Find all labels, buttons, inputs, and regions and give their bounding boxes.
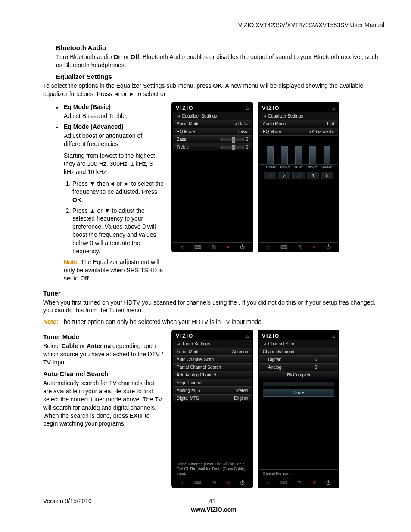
osd-footer: ☆⌨?⃝✕⏻	[173, 242, 252, 250]
t-off: Off	[80, 275, 89, 282]
star-icon: ☆	[180, 244, 184, 250]
osd-footer: ☆⌨?⃝✕⏻	[259, 242, 338, 250]
keyboard-icon: ⌨	[280, 244, 287, 250]
t: 1KHZ	[292, 165, 305, 169]
close-icon: ✕	[226, 244, 230, 250]
home-icon: ⌂	[332, 105, 335, 111]
help-icon: ?⃝	[212, 480, 216, 485]
osd-eq-basic: VIZIO⌂ Equalizer Settings Audio ModeFlat…	[171, 102, 253, 252]
keyboard-icon: ⌨	[280, 480, 287, 485]
osd-label: Analog:	[268, 365, 283, 370]
t: Select	[43, 342, 62, 349]
heading-auto-search: Auto Channel Search	[43, 370, 164, 377]
tuner-textcol: Tuner Mode Select Cable or Antenna depen…	[43, 330, 164, 431]
p-tuner: When you first turned on your HDTV you s…	[43, 299, 384, 315]
help-icon: ?⃝	[298, 244, 302, 250]
osd-value: 0	[314, 357, 317, 362]
osd-title: Equalizer Settings	[173, 112, 252, 120]
osd-label: Digital MTS	[177, 396, 199, 401]
footer-page: 41	[92, 498, 333, 504]
t: Press ▼ then◄ or ► to select the frequen…	[72, 180, 164, 195]
keyboard-icon: ⌨	[194, 244, 201, 250]
eq-basic-p: Adjust Bass and Treble.	[64, 112, 164, 120]
eq-step2: Press ▲ or ▼ to adjust the selected freq…	[72, 207, 164, 255]
bullet-icon: •	[56, 103, 64, 111]
osd-label: Auto Channel Scan	[177, 357, 214, 362]
osd-value: 0	[246, 137, 248, 142]
star-icon: ☆	[266, 244, 271, 250]
eq-steps: Press ▼ then◄ or ► to select the frequen…	[65, 180, 164, 255]
tuner-two-col: Tuner Mode Select Cable or Antenna depen…	[43, 330, 384, 488]
eq-step1: Press ▼ then◄ or ► to select the frequen…	[72, 180, 164, 204]
eq-freq-labels: 100HZ300HZ1KHZ3KHZ10KHZ	[259, 165, 338, 169]
eq-adv-p2: Starting from lowest to the highest, the…	[64, 152, 164, 176]
heading-tuner-mode: Tuner Mode	[43, 333, 164, 340]
home-icon: ⌂	[332, 333, 335, 339]
osd-value: Advanced	[309, 129, 335, 134]
osd-logo: VIZIO	[262, 333, 280, 339]
osd-value: Flat	[327, 121, 334, 126]
eq-adv-p1: Adjust boost or attenuation of different…	[64, 132, 164, 148]
osd-label: Add Analog Channel	[177, 373, 216, 377]
p-auto-search: Automatically search for TV channels tha…	[43, 379, 164, 428]
star-icon: ☆	[266, 480, 271, 485]
p-bluetooth: Turn Bluetooth audio On or Off. Bluetoot…	[56, 53, 384, 69]
osd-label: Channels Found	[263, 349, 294, 354]
progress-bar	[263, 382, 334, 386]
close-icon: ✕	[312, 244, 316, 250]
osd-value: Antenna	[232, 349, 248, 354]
osd-value: Flat	[234, 121, 248, 126]
home-icon: ⌂	[246, 333, 249, 339]
bullet-icon: •	[56, 123, 64, 131]
osd-value: English	[234, 396, 248, 401]
bullet-basic: •Eq Mode (Basic) Adjust Bass and Treble.	[56, 103, 164, 120]
eq-adv-h: Eq Mode (Advanced)	[64, 123, 123, 130]
t: The tuner option can only be selected wh…	[59, 318, 263, 325]
t-off: Off.	[131, 53, 141, 60]
eq-nums: 12345	[259, 169, 338, 182]
osd-label: Tuner Mode	[177, 349, 200, 354]
osd-footer: ☆⌨?⃝✕⏻	[259, 478, 338, 485]
t-exit: EXIT	[130, 412, 143, 419]
osd-label: Skip Channel	[177, 380, 202, 385]
t: 10KHZ	[320, 165, 333, 169]
t: 4	[307, 172, 319, 179]
close-icon: ✕	[312, 480, 316, 485]
star-icon: ☆	[180, 480, 184, 485]
help-icon: ?⃝	[298, 480, 302, 485]
osd-label: Audio Mode	[177, 121, 199, 126]
t-antenna: Antenna	[87, 342, 111, 349]
close-icon: ✕	[226, 480, 230, 485]
eq-graph	[259, 136, 338, 165]
osd-value: Basic	[238, 129, 248, 134]
osd-eq-advanced: VIZIO⌂ Equalizer Settings Audio ModeFlat…	[258, 102, 339, 252]
eq-textcol: •Eq Mode (Basic) Adjust Bass and Treble.…	[43, 102, 164, 286]
t: 2	[278, 172, 290, 179]
osd-value: Stereo	[236, 388, 248, 393]
footer-version: Version 9/15/2010	[43, 498, 92, 504]
power-icon: ⏻	[326, 244, 331, 250]
t: 3KHZ	[305, 165, 319, 169]
t: Turn Bluetooth audio	[56, 53, 113, 60]
osd-label: Audio Mode	[263, 121, 286, 126]
osd-logo: VIZIO	[262, 105, 280, 111]
keyboard-icon: ⌨	[194, 480, 201, 485]
t: To select the options in the Equalizer S…	[43, 82, 213, 89]
doc-header: VIZIO XVT423SV/XVT473SV/XVT553SV User Ma…	[43, 22, 384, 28]
osd-footer: ☆⌨?⃝✕⏻	[173, 478, 252, 485]
osd-title: Equalizer Settings	[259, 112, 338, 120]
page: VIZIO XVT423SV/XVT473SV/XVT553SV User Ma…	[0, 0, 411, 530]
done-button: Done	[263, 389, 334, 397]
t-ok: OK	[213, 82, 222, 89]
osd-title: Tuner Settings	[173, 340, 252, 348]
osd-label: Analog MTS	[177, 388, 200, 393]
osd-label: EQ Mode	[177, 129, 195, 134]
t: or	[122, 53, 131, 60]
note-label: Note:	[43, 318, 59, 325]
t: .	[81, 196, 83, 203]
home-icon: ⌂	[246, 105, 249, 111]
t: or	[78, 342, 87, 349]
heading-equalizer: Equalizer Settings	[56, 73, 384, 80]
t-cable: Cable	[62, 342, 78, 349]
osd-title: Channel Scan	[259, 340, 338, 348]
